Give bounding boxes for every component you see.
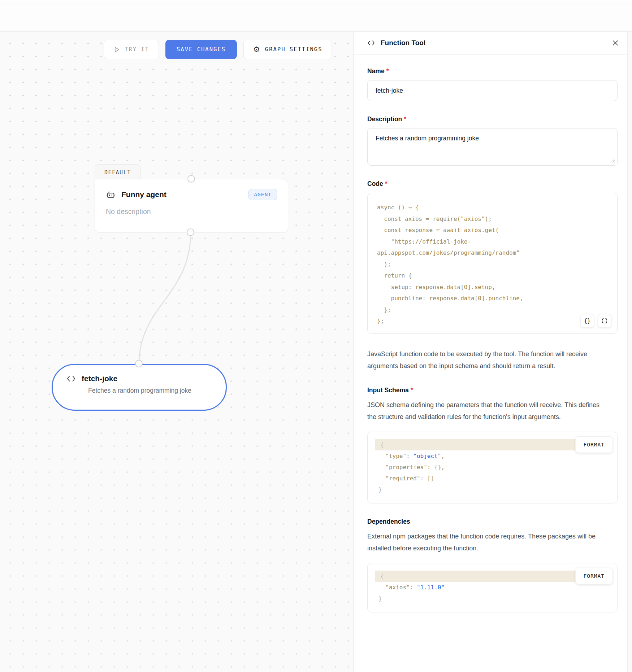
tool-node-fetch-joke[interactable]: fetch-joke Fetches a random programming … xyxy=(52,364,227,411)
tool-node-top-handle[interactable] xyxy=(135,360,143,367)
gear-icon: ⚙ xyxy=(253,46,261,53)
graph-canvas[interactable]: TRY IT SAVE CHANGES ⚙ GRAPH SETTINGS DEF… xyxy=(0,32,353,672)
agent-node-group-tab[interactable]: DEFAULT xyxy=(95,164,141,180)
close-panel-button[interactable] xyxy=(610,37,621,49)
agent-type-badge: AGENT xyxy=(248,189,277,200)
input-schema-label: Input Schema* xyxy=(367,387,618,394)
edge-agent-to-tool xyxy=(139,232,191,364)
description-label: Description* xyxy=(367,115,618,123)
description-field-group: Description* Fetches a random programmin… xyxy=(367,115,618,166)
dependencies-group: Dependencies External npm packages that … xyxy=(367,518,618,612)
code-field-group: Code* async () ⇒ { const axios = require… xyxy=(367,180,618,372)
agent-node-description: No description xyxy=(106,208,277,216)
description-textarea[interactable]: Fetches a random programming joke xyxy=(367,128,618,166)
save-changes-button[interactable]: SAVE CHANGES xyxy=(165,40,237,59)
code-lines: async () ⇒ { const axios = require("axio… xyxy=(377,202,608,327)
save-changes-label: SAVE CHANGES xyxy=(177,46,226,53)
tool-node-title: fetch-joke xyxy=(82,374,117,383)
name-field-group: Name* xyxy=(367,67,618,101)
canvas-toolbar: TRY IT SAVE CHANGES ⚙ GRAPH SETTINGS xyxy=(104,40,332,59)
expand-editor-button[interactable] xyxy=(598,314,611,328)
json-line: "properties": {}, xyxy=(368,462,617,473)
code-line: const axios = require("axios"); xyxy=(377,213,608,225)
tool-node-description: Fetches a random programming joke xyxy=(88,387,226,394)
panel-header: Function Tool xyxy=(354,32,632,54)
input-schema-group: Input Schema* JSON schema defining the p… xyxy=(367,387,618,503)
function-tool-panel: Function Tool Name* Descriptio xyxy=(353,32,632,672)
dependencies-format-button[interactable]: FORMAT xyxy=(575,568,613,584)
top-bar xyxy=(0,0,632,32)
dependencies-editor[interactable]: FORMAT { "axios": "1.11.0"} xyxy=(367,563,618,612)
code-brackets-icon xyxy=(66,375,76,383)
graph-settings-button[interactable]: ⚙ GRAPH SETTINGS xyxy=(243,40,332,59)
agent-node-bottom-handle[interactable] xyxy=(187,228,194,236)
required-mark: * xyxy=(386,67,389,75)
format-braces-button[interactable]: {} xyxy=(580,314,594,328)
code-line: setup: response.data[0].setup, xyxy=(377,282,608,293)
code-line: api.appspot.com/jokes/programming/random… xyxy=(377,247,608,259)
panel-scrollbar[interactable] xyxy=(627,32,632,672)
expand-icon xyxy=(602,318,607,324)
panel-title: Function Tool xyxy=(381,39,425,47)
agent-node-title: Funny agent xyxy=(121,190,166,199)
edge-layer xyxy=(0,32,353,672)
code-help-text: JavaScript function code to be executed … xyxy=(367,348,600,372)
play-icon xyxy=(113,46,120,53)
code-editor[interactable]: async () ⇒ { const axios = require("axio… xyxy=(367,193,618,334)
close-icon xyxy=(612,39,619,47)
input-schema-help-text: JSON schema defining the parameters that… xyxy=(367,399,600,423)
input-schema-format-button[interactable]: FORMAT xyxy=(575,436,613,453)
code-line: "https://official-joke- xyxy=(377,236,608,248)
required-mark: * xyxy=(385,180,388,187)
code-line: punchline: response.data[0].punchline, xyxy=(377,293,608,304)
dependencies-label: Dependencies xyxy=(367,518,618,525)
code-line: }; xyxy=(377,304,608,316)
graph-settings-label: GRAPH SETTINGS xyxy=(265,46,323,53)
function-tool-icon xyxy=(367,40,375,46)
json-line: { xyxy=(375,571,577,582)
json-line: "required": [] xyxy=(368,473,617,484)
json-line: } xyxy=(368,484,617,495)
dependencies-help-text: External npm packages that the function … xyxy=(367,531,600,554)
required-mark: * xyxy=(411,387,413,394)
input-schema-editor[interactable]: FORMAT { "type": "object", "properties":… xyxy=(367,432,618,503)
braces-icon: {} xyxy=(584,318,590,324)
code-line: const response = await axios.get( xyxy=(377,224,608,236)
code-line: return { xyxy=(377,270,608,282)
required-mark: * xyxy=(404,115,406,123)
name-label: Name* xyxy=(367,67,618,75)
agent-node-tab-label: DEFAULT xyxy=(104,169,131,176)
try-it-label: TRY IT xyxy=(125,46,149,53)
agent-node-top-handle[interactable] xyxy=(187,175,195,183)
try-it-button[interactable]: TRY IT xyxy=(104,40,159,59)
json-line: { xyxy=(375,439,577,450)
json-line: } xyxy=(368,593,617,604)
name-input[interactable] xyxy=(367,80,618,101)
code-label: Code* xyxy=(367,180,618,188)
agent-node[interactable]: Funny agent AGENT No description xyxy=(95,179,288,232)
code-line: ); xyxy=(377,259,608,270)
code-line: }; xyxy=(377,315,608,327)
code-line: async () ⇒ { xyxy=(377,202,608,213)
robot-icon xyxy=(106,190,116,200)
